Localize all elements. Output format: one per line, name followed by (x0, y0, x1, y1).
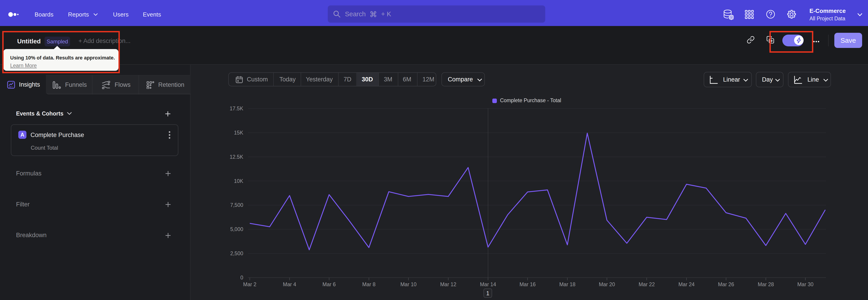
svg-text:17.5K: 17.5K (230, 106, 243, 112)
svg-text:Mar 4: Mar 4 (283, 281, 296, 287)
svg-text:5,000: 5,000 (230, 226, 243, 232)
svg-text:Mar 14: Mar 14 (480, 281, 496, 287)
svg-text:Mar 10: Mar 10 (400, 281, 416, 287)
svg-text:Mar 26: Mar 26 (718, 281, 734, 287)
svg-text:0: 0 (240, 275, 243, 280)
svg-text:Mar 6: Mar 6 (322, 281, 336, 287)
svg-text:10K: 10K (234, 178, 243, 184)
svg-text:Mar 12: Mar 12 (440, 281, 456, 287)
svg-text:Mar 22: Mar 22 (639, 281, 655, 287)
svg-text:Mar 28: Mar 28 (758, 281, 774, 287)
svg-text:15K: 15K (234, 130, 243, 136)
svg-text:Mar 20: Mar 20 (599, 281, 615, 287)
svg-text:Mar 2: Mar 2 (243, 281, 256, 287)
svg-text:Mar 30: Mar 30 (797, 281, 813, 287)
svg-text:7,500: 7,500 (230, 202, 243, 208)
svg-text:Mar 16: Mar 16 (520, 281, 536, 287)
svg-text:Mar 18: Mar 18 (559, 281, 576, 287)
svg-text:2,500: 2,500 (230, 250, 243, 257)
svg-text:Mar 8: Mar 8 (362, 281, 376, 287)
svg-text:12.5K: 12.5K (230, 154, 243, 160)
svg-text:Mar 24: Mar 24 (678, 281, 694, 287)
